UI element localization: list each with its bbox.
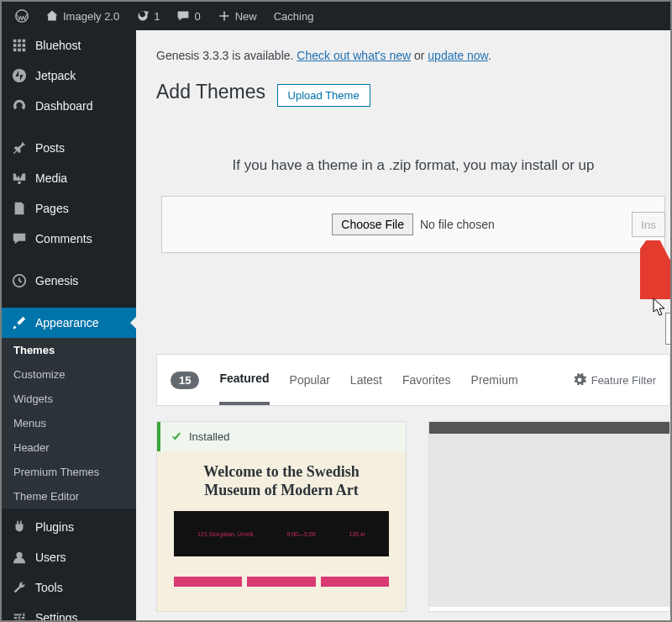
sidebar-sub-theme-editor[interactable]: Theme Editor	[2, 484, 136, 509]
sidebar-item-label: Media	[35, 171, 67, 185]
tab-featured[interactable]: Featured	[219, 355, 269, 405]
file-status: No file chosen	[420, 218, 495, 231]
plus-icon	[218, 9, 231, 23]
check-icon	[171, 431, 182, 443]
page-icon	[12, 201, 27, 216]
caching-label: Caching	[274, 10, 314, 23]
sidebar-item-label: Genesis	[35, 274, 78, 287]
sidebar-item-label: Bluehost	[35, 39, 81, 52]
sidebar-item-posts[interactable]: Posts	[2, 133, 136, 163]
annotation-arrow	[640, 240, 670, 299]
svg-rect-9	[23, 49, 26, 52]
sidebar-item-media[interactable]: Media	[2, 163, 136, 193]
update-icon	[136, 9, 150, 23]
sidebar-item-dashboard[interactable]: Dashboard	[2, 91, 136, 121]
theme-count-badge: 15	[171, 372, 199, 389]
theme-grid: Installed Welcome to the Swedish Museum …	[156, 421, 670, 612]
tab-popular[interactable]: Popular	[290, 356, 330, 403]
svg-point-11	[18, 182, 21, 185]
sidebar-item-label: Dashboard	[35, 99, 93, 113]
sidebar-item-label: Pages	[35, 202, 69, 215]
svg-rect-7	[13, 49, 17, 52]
theme-card[interactable]	[428, 421, 670, 612]
feature-filter-button[interactable]: Feature Filter	[573, 373, 656, 387]
sidebar-item-genesis[interactable]: Genesis	[2, 266, 136, 296]
comment-count: 0	[194, 10, 200, 23]
sidebar-item-bluehost[interactable]: Bluehost	[2, 30, 136, 61]
plugin-icon	[12, 519, 27, 535]
svg-rect-1	[13, 40, 17, 43]
sidebar-item-plugins[interactable]: Plugins	[2, 512, 136, 542]
sidebar-item-label: Plugins	[35, 520, 74, 534]
sidebar-sub-premium-themes[interactable]: Premium Themes	[2, 460, 136, 484]
sidebar-item-users[interactable]: Users	[2, 542, 136, 572]
svg-rect-6	[23, 44, 26, 47]
tab-premium[interactable]: Premium	[471, 356, 518, 403]
theme-card[interactable]: Installed Welcome to the Swedish Museum …	[156, 421, 407, 612]
comments-link[interactable]: 0	[170, 2, 207, 30]
update-count: 1	[154, 10, 160, 23]
updates-link[interactable]: 1	[129, 2, 166, 30]
new-label: New	[235, 10, 257, 23]
theme-preview-header	[429, 422, 669, 434]
pin-icon	[12, 140, 27, 156]
sidebar-item-comments[interactable]: Comments	[2, 224, 136, 254]
caching-link[interactable]: Caching	[267, 2, 321, 30]
wordpress-icon	[15, 9, 29, 23]
whats-new-link[interactable]: Check out what's new	[297, 49, 411, 62]
new-content-link[interactable]: New	[211, 2, 264, 30]
home-icon	[45, 9, 59, 23]
choose-file-button[interactable]: Choose File	[332, 213, 413, 235]
gear-icon	[573, 373, 586, 387]
svg-rect-4	[13, 44, 17, 47]
media-icon	[12, 171, 27, 186]
sidebar-item-appearance[interactable]: Appearance	[2, 308, 136, 338]
wrench-icon	[12, 580, 27, 595]
svg-rect-8	[18, 49, 21, 52]
file-tooltip: No file chosen	[665, 313, 670, 345]
main-content: Genesis 3.3.3 is available. Check out wh…	[136, 30, 670, 620]
sidebar-sub-widgets[interactable]: Widgets	[2, 387, 136, 411]
dashboard-icon	[12, 98, 27, 113]
wordpress-logo[interactable]	[8, 2, 35, 30]
sidebar-item-jetpack[interactable]: Jetpack	[2, 61, 136, 91]
users-icon	[12, 550, 27, 565]
page-title: Add Themes	[156, 81, 265, 103]
sidebar-item-label: Jetpack	[35, 69, 76, 82]
tab-favorites[interactable]: Favorites	[402, 356, 451, 403]
theme-strips	[174, 577, 389, 587]
installed-badge: Installed	[157, 422, 406, 451]
sidebar-item-tools[interactable]: Tools	[2, 572, 136, 603]
theme-preview	[429, 434, 669, 607]
sidebar-item-pages[interactable]: Pages	[2, 193, 136, 224]
sidebar-sub-customize[interactable]: Customize	[2, 362, 136, 387]
svg-rect-2	[18, 40, 21, 43]
theme-preview: Welcome to the Swedish Museum of Modern …	[157, 451, 406, 611]
install-button[interactable]: Ins	[632, 212, 665, 237]
comment-icon	[176, 9, 190, 23]
upload-form: Choose File No file chosen Ins	[161, 196, 665, 253]
sidebar-item-label: Users	[35, 551, 66, 564]
sidebar-sub-menus[interactable]: Menus	[2, 411, 136, 435]
admin-sidebar: Bluehost Jetpack Dashboard Posts Media P…	[2, 30, 136, 620]
theme-filter-tabs: 15 Featured Popular Latest Favorites Pre…	[156, 354, 670, 406]
svg-rect-3	[23, 40, 26, 43]
sidebar-item-label: Appearance	[35, 316, 99, 329]
tab-latest[interactable]: Latest	[350, 356, 382, 403]
site-link[interactable]: Imagely 2.0	[39, 2, 126, 30]
admin-topbar: Imagely 2.0 1 0 New Caching	[2, 2, 670, 30]
sidebar-item-settings[interactable]: Settings	[2, 603, 136, 620]
genesis-update-notice: Genesis 3.3.3 is available. Check out wh…	[156, 49, 670, 62]
update-now-link[interactable]: update now	[428, 49, 488, 62]
jetpack-icon	[12, 68, 27, 83]
sliders-icon	[12, 610, 27, 620]
upload-theme-button[interactable]: Upload Theme	[277, 84, 370, 107]
sidebar-item-label: Tools	[35, 581, 63, 594]
svg-point-14	[16, 552, 22, 558]
grid-icon	[12, 38, 27, 53]
sidebar-sub-themes[interactable]: Themes	[2, 338, 136, 362]
genesis-icon	[12, 273, 27, 288]
sidebar-sub-header[interactable]: Header	[2, 435, 136, 460]
sidebar-item-label: Settings	[35, 611, 78, 620]
site-name: Imagely 2.0	[63, 10, 119, 23]
